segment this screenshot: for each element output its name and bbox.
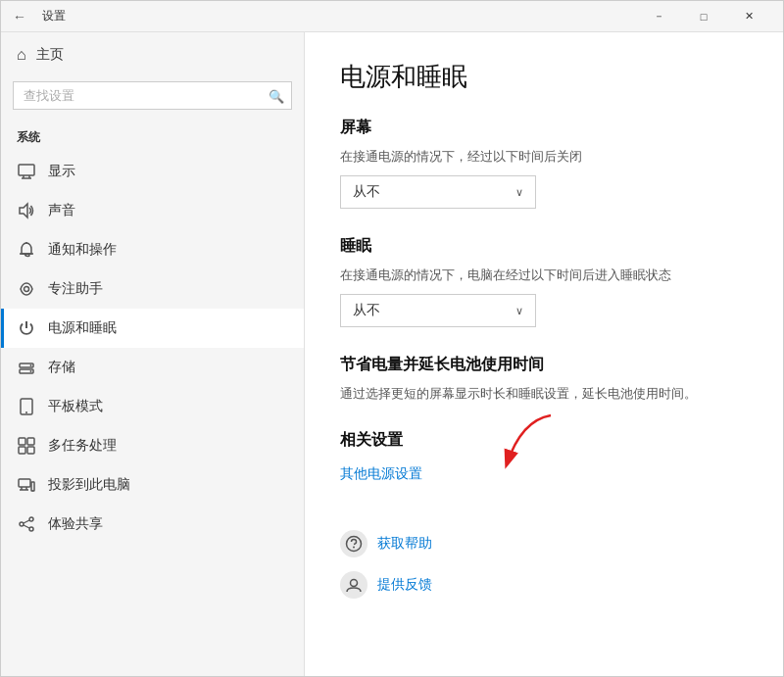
svg-point-32 [351,580,358,587]
svg-rect-16 [19,447,25,454]
sidebar-label-tablet: 平板模式 [48,398,103,415]
power-icon [17,318,36,338]
svg-rect-18 [19,479,30,487]
battery-title: 节省电量并延长电池使用时间 [340,355,748,375]
project-icon [17,475,36,495]
battery-desc: 通过选择更短的屏幕显示时长和睡眠设置，延长电池使用时间。 [340,385,748,403]
sidebar-item-project[interactable]: 投影到此电脑 [1,465,304,505]
sidebar-item-notification[interactable]: 通知和操作 [1,230,304,269]
sleep-dropdown-value: 从不 [353,302,380,319]
svg-marker-4 [20,204,27,218]
svg-point-7 [24,287,29,292]
search-icon: 🔍 [269,88,284,103]
home-label: 主页 [36,46,64,64]
sidebar-item-focus[interactable]: 专注助手 [1,269,304,309]
svg-point-24 [29,517,33,521]
page-title: 电源和睡眠 [340,60,748,94]
sidebar-label-notification: 通知和操作 [48,241,117,259]
sidebar: ⌂ 主页 🔍 系统 显示 [1,32,305,676]
screen-dropdown[interactable]: 从不 ∨ [340,175,536,209]
window-title: 设置 [42,8,66,24]
sidebar-label-display: 显示 [48,163,75,180]
related-settings-title: 相关设置 [340,430,748,451]
sidebar-item-storage[interactable]: 存储 [1,348,304,387]
svg-rect-22 [31,482,34,491]
svg-rect-17 [27,447,34,454]
sidebar-item-share[interactable]: 体验共享 [1,505,304,544]
search-input[interactable] [13,81,292,110]
screen-section-desc: 在接通电源的情况下，经过以下时间后关闭 [340,148,748,166]
get-help-item[interactable]: 获取帮助 [340,530,748,557]
maximize-button[interactable]: □ [681,1,726,32]
sleep-section-title: 睡眠 [340,236,748,257]
screen-dropdown-value: 从不 [353,183,380,201]
sidebar-label-project: 投影到此电脑 [48,476,130,494]
feedback-icon [340,571,368,599]
content-area: ⌂ 主页 🔍 系统 显示 [1,32,783,676]
tablet-icon [17,397,36,416]
search-box: 🔍 [13,81,292,110]
sleep-section-desc: 在接通电源的情况下，电脑在经过以下时间后进入睡眠状态 [340,266,748,284]
sidebar-item-power[interactable]: 电源和睡眠 [1,309,304,348]
get-help-icon [340,530,368,557]
feedback-label: 提供反馈 [377,576,432,594]
other-power-settings-link[interactable]: 其他电源设置 [340,465,422,483]
title-bar: ← 设置 － □ ✕ [1,1,783,32]
sidebar-section-title: 系统 [1,121,304,152]
close-button[interactable]: ✕ [726,1,771,32]
svg-point-13 [25,411,27,413]
screen-dropdown-arrow: ∨ [515,186,523,199]
sidebar-label-storage: 存储 [48,359,75,376]
sidebar-item-sound[interactable]: 声音 [1,191,304,230]
notification-icon [17,240,36,260]
screen-section-title: 屏幕 [340,118,748,138]
back-button[interactable]: ← [13,9,26,24]
svg-rect-14 [19,438,25,445]
title-bar-left: ← 设置 [13,8,636,24]
feedback-item[interactable]: 提供反馈 [340,571,748,599]
sidebar-label-power: 电源和睡眠 [48,319,117,337]
home-icon: ⌂ [17,46,26,64]
svg-point-25 [20,522,24,526]
battery-section: 节省电量并延长电池使用时间 通过选择更短的屏幕显示时长和睡眠设置，延长电池使用时… [340,355,748,403]
main-content: 电源和睡眠 屏幕 在接通电源的情况下，经过以下时间后关闭 从不 ∨ 睡眠 在接通… [305,32,783,676]
multitask-icon [17,436,36,456]
title-bar-controls: － □ ✕ [636,1,771,32]
storage-icon [17,358,36,377]
display-icon [17,162,36,181]
get-help-label: 获取帮助 [377,535,432,553]
minimize-button[interactable]: － [636,1,681,32]
sleep-dropdown[interactable]: 从不 ∨ [340,294,536,327]
svg-point-31 [353,547,355,549]
svg-line-28 [24,525,29,528]
related-settings-section: 相关设置 其他电源设置 [340,430,748,503]
settings-window: ← 设置 － □ ✕ ⌂ 主页 🔍 系统 [0,0,784,677]
sleep-dropdown-arrow: ∨ [515,305,523,317]
sidebar-item-multitask[interactable]: 多任务处理 [1,426,304,465]
help-items: 获取帮助 提供反馈 [340,530,748,599]
sidebar-label-multitask: 多任务处理 [48,437,117,455]
svg-rect-15 [27,438,34,445]
screen-section: 屏幕 在接通电源的情况下，经过以下时间后关闭 从不 ∨ [340,118,748,209]
svg-point-11 [30,370,32,372]
share-icon [17,514,36,534]
sidebar-item-display[interactable]: 显示 [1,152,304,191]
svg-point-10 [30,364,32,366]
sidebar-home-button[interactable]: ⌂ 主页 [1,32,304,77]
related-link-container: 其他电源设置 [340,464,422,503]
sidebar-label-share: 体验共享 [48,515,103,533]
sleep-section: 睡眠 在接通电源的情况下，电脑在经过以下时间后进入睡眠状态 从不 ∨ [340,236,748,327]
sidebar-item-tablet[interactable]: 平板模式 [1,387,304,426]
svg-line-27 [24,520,29,523]
sound-icon [17,201,36,220]
svg-rect-0 [19,165,34,175]
focus-icon [17,279,36,299]
svg-point-26 [29,527,33,531]
sidebar-label-sound: 声音 [48,202,75,219]
sidebar-label-focus: 专注助手 [48,280,103,298]
